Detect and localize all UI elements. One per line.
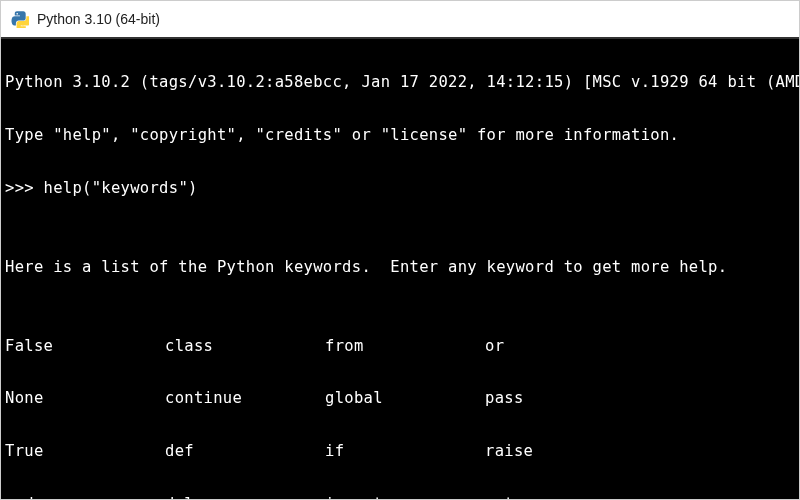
- keyword-row: Truedefifraise: [5, 438, 795, 464]
- python-logo-icon: [11, 10, 29, 28]
- keyword-cell: class: [165, 333, 325, 359]
- keyword-cell: return: [485, 491, 645, 499]
- keyword-cell: raise: [485, 438, 645, 464]
- keyword-cell: global: [325, 385, 485, 411]
- keyword-row: Falseclassfromor: [5, 333, 795, 359]
- keyword-cell: pass: [485, 385, 645, 411]
- keyword-cell: and: [5, 491, 165, 499]
- prompt-line: >>> help("keywords"): [5, 175, 795, 201]
- keyword-cell: if: [325, 438, 485, 464]
- keyword-cell: import: [325, 491, 485, 499]
- keyword-cell: None: [5, 385, 165, 411]
- keyword-cell: def: [165, 438, 325, 464]
- keyword-cell: True: [5, 438, 165, 464]
- keyword-cell: or: [485, 333, 645, 359]
- keyword-cell: False: [5, 333, 165, 359]
- banner-line: Type "help", "copyright", "credits" or "…: [5, 122, 795, 148]
- keyword-row: anddelimportreturn: [5, 491, 795, 499]
- keywords-intro: Here is a list of the Python keywords. E…: [5, 254, 795, 280]
- keyword-row: Nonecontinueglobalpass: [5, 385, 795, 411]
- terminal-output[interactable]: Python 3.10.2 (tags/v3.10.2:a58ebcc, Jan…: [1, 39, 799, 499]
- keyword-cell: del: [165, 491, 325, 499]
- banner-line: Python 3.10.2 (tags/v3.10.2:a58ebcc, Jan…: [5, 69, 795, 95]
- window-title: Python 3.10 (64-bit): [37, 11, 160, 27]
- entered-command: help("keywords"): [44, 179, 198, 197]
- window-titlebar: Python 3.10 (64-bit): [1, 1, 799, 39]
- keyword-cell: continue: [165, 385, 325, 411]
- keyword-cell: from: [325, 333, 485, 359]
- prompt-symbol: >>>: [5, 179, 44, 197]
